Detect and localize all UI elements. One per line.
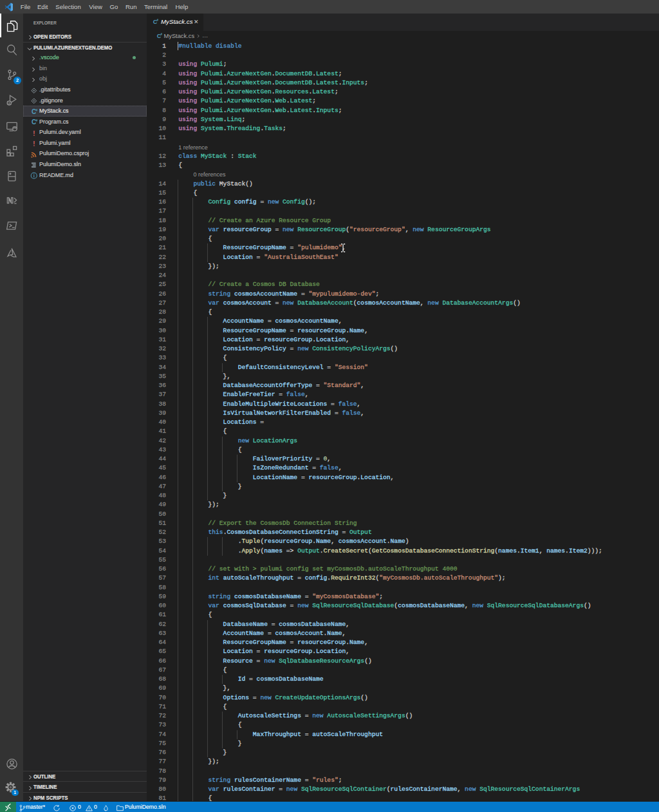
svg-text:!: !	[32, 129, 35, 137]
svg-text:#: #	[156, 19, 158, 22]
svg-text:!: !	[32, 140, 35, 147]
svg-text:#: #	[160, 33, 162, 36]
svg-text:#: #	[35, 118, 37, 122]
svg-text:#: #	[35, 108, 37, 112]
